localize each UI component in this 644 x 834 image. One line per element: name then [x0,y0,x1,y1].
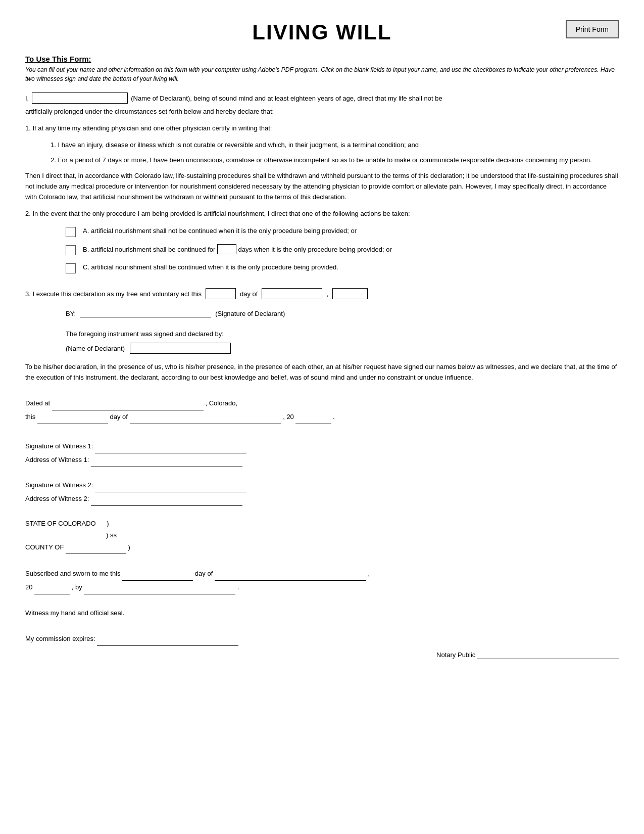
execute-year-input[interactable] [332,288,368,299]
year-period: . [333,413,335,421]
option-a-label: A. artificial nourishment shall not be c… [83,226,357,237]
county-line [66,541,126,553]
subscribed-label: Subscribed and sworn to me this [25,570,121,577]
state-paren: ) [107,520,109,527]
state-colorado: STATE OF COLORADO [25,520,96,527]
dated-at-label: Dated at [25,399,50,407]
declarant-name-field[interactable] [130,343,231,354]
sub-by: , by [72,583,82,591]
sub-month-line [215,567,366,581]
sub-comma: , [368,570,370,577]
option-a-checkbox[interactable] [66,227,76,237]
page-title: LIVING WILL [25,20,619,44]
declarant-prefix: I, [25,95,29,102]
option-b-row: B. artificial nourishment shall be conti… [66,244,578,255]
sig-witness2-line [95,479,246,492]
option-b-checkbox[interactable] [66,245,76,255]
sub2-text: 2. For a period of 7 days or more, I hav… [51,155,619,166]
sub-20: 20 [25,583,32,591]
sig-witness2-label: Signature of Witness 2: [25,481,93,489]
section3-day: day of [240,290,258,298]
witness1-block: Signature of Witness 1: Address of Witne… [25,440,619,467]
sub-day-of: day of [195,570,213,577]
witness-hand-text: Witness my hand and official seal. [25,608,619,619]
commission-line [97,632,238,646]
execute-comma: , [326,290,328,298]
year-line [295,410,331,424]
addr-witness2-line [91,492,242,506]
sig-label: (Signature of Declarant) [215,310,285,317]
state-block: STATE OF COLORADO ) ) ss COUNTY OF ) [25,518,619,553]
notary-public-line [477,651,619,659]
commission-expires-label: My commission expires: [25,635,95,642]
execute-month-input[interactable] [262,288,322,299]
option-c-checkbox[interactable] [66,263,76,273]
option-a-row: A. artificial nourishment shall not be c… [66,226,578,237]
county-paren: ) [128,543,130,551]
dated-at-line [52,397,204,410]
section1-text: 1. If at any time my attending physician… [25,123,619,134]
section2-text: 2. In the event that the only procedure … [25,209,619,219]
option-b-suffix: days when it is the only procedure being… [238,246,392,253]
sub-name-line [84,581,235,594]
para-then: Then I direct that, in accordance with C… [25,171,619,202]
sub-year-line [34,581,70,594]
section3-prefix: 3. I execute this declaration as my free… [25,290,202,298]
commission-block: My commission expires: [25,632,619,646]
month-line [130,410,281,424]
declarant-line: I, (Name of Declarant), being of sound m… [25,92,619,104]
declarant-name-row: (Name of Declarant) [66,343,619,354]
this-day-line [37,410,108,424]
county-of: COUNTY OF [25,543,64,551]
execute-line: 3. I execute this declaration as my free… [25,288,619,299]
sig-witness1-label: Signature of Witness 1: [25,442,93,450]
declarant-label: (Name of Declarant), being of sound mind… [131,95,442,102]
option-b-prefix: B. artificial nourishment shall be conti… [83,246,215,253]
execute-day-input[interactable] [206,288,236,299]
day-of-label: day of [110,413,127,421]
page-header: Print Form LIVING WILL [25,20,619,44]
subscribed-block: Subscribed and sworn to me this day of ,… [25,567,619,594]
declarant-name-input[interactable] [32,92,128,104]
sub-period: . [237,583,239,591]
sig-witness1-line [95,440,246,453]
sub1-text: 1. I have an injury, disease or illness … [51,140,619,151]
line2: artificially prolonged under the circums… [25,107,619,117]
witness2-block: Signature of Witness 2: Address of Witne… [25,479,619,506]
option-c-row: C. artificial nourishment shall be conti… [66,262,578,273]
addr-witness1-line [91,453,242,467]
addr-witness2-label: Address of Witness 2: [25,495,89,502]
by-label: BY: [66,310,76,317]
foregoing-text: The foregoing instrument was signed and … [66,330,619,338]
notary-line: Notary Public [25,651,619,659]
print-button[interactable]: Print Form [566,20,619,38]
option-b-label: B. artificial nourishment shall be conti… [83,244,392,255]
by-line: BY: (Signature of Declarant) [66,309,619,317]
signature-underline [80,309,211,317]
ss-label: ) ss [106,531,117,539]
dated-colorado: , Colorado, [205,399,237,407]
instructions-text: You can fill out your name and other inf… [25,65,619,83]
use-form-title: To Use This Form: [25,55,619,63]
name-declarant-label: (Name of Declarant) [66,345,125,352]
dated-block: Dated at , Colorado, this day of , 20 . [25,397,619,424]
days-input[interactable] [217,244,236,254]
option-c-label: C. artificial nourishment shall be conti… [83,262,338,273]
tobe-para: To be his/her declaration, in the presen… [25,362,619,383]
year-prefix: , 20 [283,413,294,421]
sub-day-line [122,567,193,581]
this-label: this [25,413,35,421]
signature-section: BY: (Signature of Declarant) The foregoi… [66,309,619,354]
addr-witness1-label: Address of Witness 1: [25,456,89,464]
notary-public-label: Notary Public [436,651,475,659]
